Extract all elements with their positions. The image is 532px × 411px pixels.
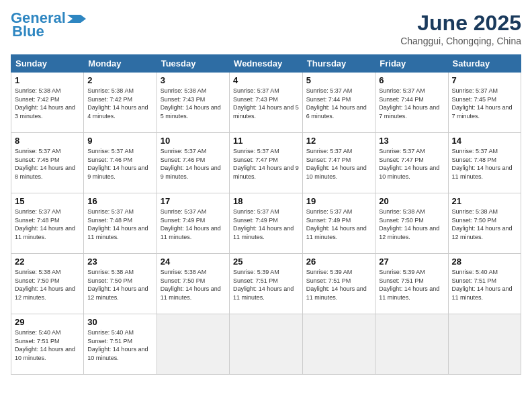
logo-blue-text: Blue [12,24,44,39]
calendar-cell: 21 Sunrise: 5:38 AMSunset: 7:50 PMDaylig… [448,193,521,254]
day-info: Sunrise: 5:37 AMSunset: 7:44 PMDaylight:… [379,87,444,120]
day-info: Sunrise: 5:40 AMSunset: 7:51 PMDaylight:… [452,268,518,302]
calendar-cell: 16 Sunrise: 5:37 AMSunset: 7:48 PMDaylig… [84,193,157,254]
day-info: Sunrise: 5:38 AMSunset: 7:50 PMDaylight:… [161,268,226,302]
day-info: Sunrise: 5:38 AMSunset: 7:42 PMDaylight:… [87,87,152,120]
day-info: Sunrise: 5:37 AMSunset: 7:47 PMDaylight:… [233,147,299,181]
day-number: 15 [15,196,80,206]
day-info: Sunrise: 5:37 AMSunset: 7:49 PMDaylight:… [306,208,371,241]
day-number: 10 [161,136,226,146]
day-number: 13 [379,136,444,146]
day-number: 22 [15,257,80,267]
day-number: 17 [161,196,226,206]
day-info: Sunrise: 5:37 AMSunset: 7:48 PMDaylight:… [15,208,80,241]
location-subtitle: Changgui, Chongqing, China [400,36,521,46]
calendar-cell: 8 Sunrise: 5:37 AMSunset: 7:45 PMDayligh… [11,133,84,193]
day-info: Sunrise: 5:39 AMSunset: 7:51 PMDaylight:… [379,268,444,302]
month-year-title: June 2025 [400,11,521,36]
calendar-cell: 10 Sunrise: 5:37 AMSunset: 7:46 PMDaylig… [157,133,229,193]
day-header-saturday: Saturday [448,55,521,73]
day-number: 20 [379,196,444,206]
calendar-cell: 30 Sunrise: 5:40 AMSunset: 7:51 PMDaylig… [84,314,157,375]
calendar-cell [375,314,448,375]
calendar-cell [230,314,303,375]
day-info: Sunrise: 5:37 AMSunset: 7:43 PMDaylight:… [233,87,299,120]
calendar-cell [448,314,521,375]
calendar-week-row: 1 Sunrise: 5:38 AMSunset: 7:42 PMDayligh… [11,73,521,133]
calendar-cell: 20 Sunrise: 5:38 AMSunset: 7:50 PMDaylig… [375,193,448,254]
calendar-cell: 1 Sunrise: 5:38 AMSunset: 7:42 PMDayligh… [11,73,84,133]
calendar-cell: 29 Sunrise: 5:40 AMSunset: 7:51 PMDaylig… [11,314,84,375]
day-number: 28 [452,257,518,267]
day-number: 30 [87,317,152,327]
logo: General Blue [11,11,86,39]
calendar-cell: 12 Sunrise: 5:37 AMSunset: 7:47 PMDaylig… [302,133,375,193]
day-info: Sunrise: 5:37 AMSunset: 7:49 PMDaylight:… [161,208,226,241]
day-info: Sunrise: 5:37 AMSunset: 7:48 PMDaylight:… [87,208,152,241]
day-number: 5 [306,75,371,85]
calendar-cell [302,314,375,375]
calendar-cell: 6 Sunrise: 5:37 AMSunset: 7:44 PMDayligh… [375,73,448,133]
day-number: 6 [379,75,444,85]
day-info: Sunrise: 5:38 AMSunset: 7:43 PMDaylight:… [161,87,226,120]
day-info: Sunrise: 5:38 AMSunset: 7:50 PMDaylight:… [15,268,80,302]
day-info: Sunrise: 5:38 AMSunset: 7:50 PMDaylight:… [379,208,444,241]
day-number: 26 [306,257,371,267]
calendar-cell: 2 Sunrise: 5:38 AMSunset: 7:42 PMDayligh… [84,73,157,133]
calendar-cell: 19 Sunrise: 5:37 AMSunset: 7:49 PMDaylig… [302,193,375,254]
day-info: Sunrise: 5:39 AMSunset: 7:51 PMDaylight:… [306,268,371,302]
day-number: 1 [15,75,80,85]
day-header-sunday: Sunday [11,55,84,73]
day-info: Sunrise: 5:37 AMSunset: 7:48 PMDaylight:… [452,147,518,181]
day-info: Sunrise: 5:38 AMSunset: 7:50 PMDaylight:… [452,208,518,241]
day-number: 2 [87,75,152,85]
calendar-cell: 5 Sunrise: 5:37 AMSunset: 7:44 PMDayligh… [302,73,375,133]
page-header: General Blue June 2025 Changgui, Chongqi… [11,11,521,46]
day-info: Sunrise: 5:37 AMSunset: 7:45 PMDaylight:… [15,147,80,181]
day-header-wednesday: Wednesday [230,55,303,73]
logo-arrow-icon [67,15,86,23]
day-info: Sunrise: 5:40 AMSunset: 7:51 PMDaylight:… [87,328,152,362]
day-number: 27 [379,257,444,267]
calendar-week-row: 15 Sunrise: 5:37 AMSunset: 7:48 PMDaylig… [11,193,521,254]
calendar-cell: 26 Sunrise: 5:39 AMSunset: 7:51 PMDaylig… [302,254,375,314]
day-info: Sunrise: 5:38 AMSunset: 7:42 PMDaylight:… [15,87,80,120]
calendar-week-row: 29 Sunrise: 5:40 AMSunset: 7:51 PMDaylig… [11,314,521,375]
calendar-header-row: SundayMondayTuesdayWednesdayThursdayFrid… [11,55,521,73]
day-number: 29 [15,317,80,327]
day-info: Sunrise: 5:37 AMSunset: 7:46 PMDaylight:… [161,147,226,181]
day-number: 24 [161,257,226,267]
day-info: Sunrise: 5:38 AMSunset: 7:50 PMDaylight:… [87,268,152,302]
day-info: Sunrise: 5:37 AMSunset: 7:49 PMDaylight:… [233,208,299,241]
day-info: Sunrise: 5:39 AMSunset: 7:51 PMDaylight:… [233,268,299,302]
svg-marker-0 [67,15,86,23]
day-number: 19 [306,196,371,206]
day-number: 18 [233,196,299,206]
day-header-tuesday: Tuesday [157,55,229,73]
day-number: 8 [15,136,80,146]
day-number: 11 [233,136,299,146]
calendar-table: SundayMondayTuesdayWednesdayThursdayFrid… [11,54,521,375]
day-header-friday: Friday [375,55,448,73]
calendar-cell: 13 Sunrise: 5:37 AMSunset: 7:47 PMDaylig… [375,133,448,193]
calendar-cell: 9 Sunrise: 5:37 AMSunset: 7:46 PMDayligh… [84,133,157,193]
calendar-cell: 17 Sunrise: 5:37 AMSunset: 7:49 PMDaylig… [157,193,229,254]
calendar-cell: 27 Sunrise: 5:39 AMSunset: 7:51 PMDaylig… [375,254,448,314]
calendar-cell [157,314,229,375]
day-info: Sunrise: 5:37 AMSunset: 7:47 PMDaylight:… [306,147,371,181]
calendar-cell: 3 Sunrise: 5:38 AMSunset: 7:43 PMDayligh… [157,73,229,133]
calendar-cell: 22 Sunrise: 5:38 AMSunset: 7:50 PMDaylig… [11,254,84,314]
calendar-cell: 18 Sunrise: 5:37 AMSunset: 7:49 PMDaylig… [230,193,303,254]
day-number: 3 [161,75,226,85]
calendar-cell: 14 Sunrise: 5:37 AMSunset: 7:48 PMDaylig… [448,133,521,193]
title-block: June 2025 Changgui, Chongqing, China [400,11,521,46]
calendar-cell: 15 Sunrise: 5:37 AMSunset: 7:48 PMDaylig… [11,193,84,254]
day-header-monday: Monday [84,55,157,73]
calendar-cell: 23 Sunrise: 5:38 AMSunset: 7:50 PMDaylig… [84,254,157,314]
day-info: Sunrise: 5:37 AMSunset: 7:47 PMDaylight:… [379,147,444,181]
calendar-cell: 28 Sunrise: 5:40 AMSunset: 7:51 PMDaylig… [448,254,521,314]
day-header-thursday: Thursday [302,55,375,73]
day-number: 14 [452,136,518,146]
day-info: Sunrise: 5:37 AMSunset: 7:46 PMDaylight:… [87,147,152,181]
calendar-cell: 4 Sunrise: 5:37 AMSunset: 7:43 PMDayligh… [230,73,303,133]
